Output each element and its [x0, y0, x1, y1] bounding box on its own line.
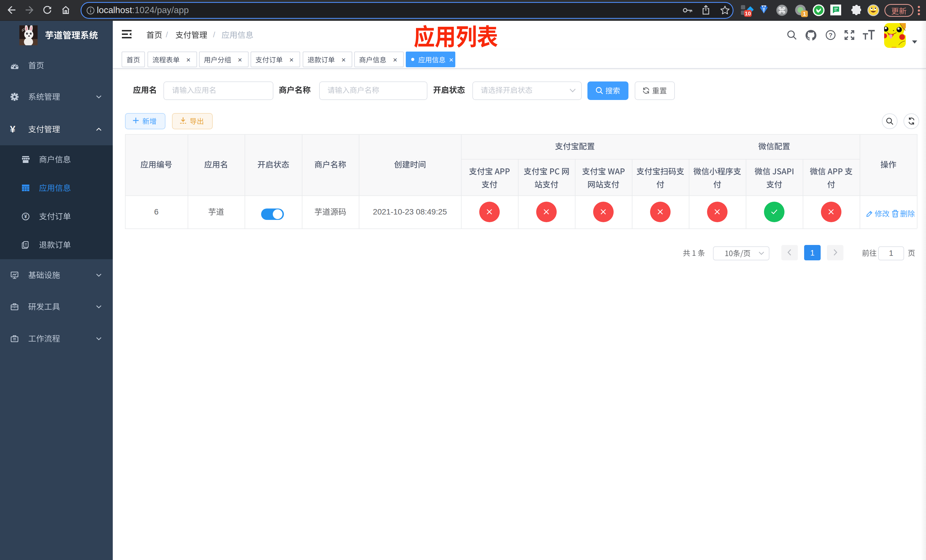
svg-text:1: 1: [803, 11, 806, 17]
svg-text:¥: ¥: [24, 213, 27, 219]
svg-text:?: ?: [829, 32, 832, 39]
svg-text:10: 10: [745, 11, 751, 17]
